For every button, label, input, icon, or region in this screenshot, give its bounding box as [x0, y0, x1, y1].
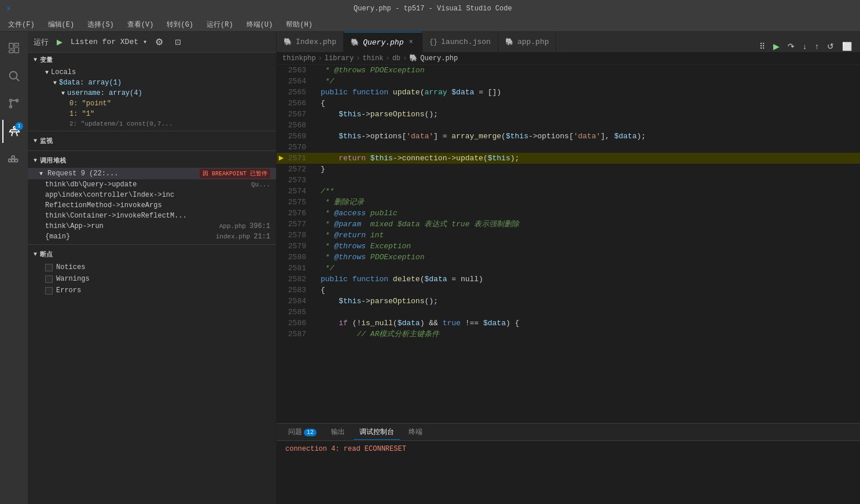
line-2576: 2576 * @access public: [277, 208, 860, 219]
debug-stop-button[interactable]: ⬜: [840, 41, 854, 52]
debug-restart-button[interactable]: ↺: [825, 41, 836, 52]
menu-edit[interactable]: 编辑(E): [46, 19, 77, 31]
data-label: $data: array(1): [59, 79, 122, 87]
stack-item-0[interactable]: think\db\Query->update Qu...: [28, 179, 276, 190]
line-2563: 2563 * @throws PDOException: [277, 65, 860, 76]
menu-terminal[interactable]: 终端(U): [244, 19, 275, 31]
panel-tab-problems[interactable]: 问题12: [282, 425, 322, 440]
bp-notices[interactable]: Notices: [28, 262, 276, 273]
callstack-header[interactable]: ▼ 调用堆栈: [28, 153, 276, 168]
lc-2578: * @return int: [318, 230, 860, 241]
lc-2585: [318, 307, 860, 318]
breadcrumb-think[interactable]: think: [362, 54, 383, 62]
line-2565: 2565 public function update(array $data …: [277, 87, 860, 98]
bp-warnings-checkbox[interactable]: [45, 275, 53, 283]
stack-line-app: 396:1: [249, 222, 270, 230]
svg-rect-13: [12, 156, 14, 159]
menu-view[interactable]: 查看(V): [125, 19, 156, 31]
debug-step-into-button[interactable]: ↓: [800, 41, 809, 52]
stack-name-2: ReflectionMethod->invokeArgs: [45, 201, 162, 209]
menu-goto[interactable]: 转到(G): [164, 19, 196, 31]
bp-indicator-2581: [277, 263, 286, 274]
code-content[interactable]: 2563 * @throws PDOException 2564 */ 2565…: [277, 65, 860, 423]
breadcrumb-db[interactable]: db: [392, 54, 400, 62]
settings-button[interactable]: ⚙: [152, 35, 167, 49]
bp-errors-checkbox[interactable]: [45, 287, 53, 295]
stack-item-3[interactable]: think\Container->invokeReflectM...: [28, 211, 276, 221]
breadcrumb-library[interactable]: library: [325, 54, 354, 62]
stack-item-app[interactable]: think\App->run App.php 396:1: [28, 221, 276, 231]
ln-2566: 2566: [286, 98, 318, 109]
bp-errors[interactable]: Errors: [28, 285, 276, 296]
activity-explorer[interactable]: [2, 36, 25, 60]
svg-rect-3: [9, 50, 13, 53]
lc-2573: [318, 175, 860, 186]
tab-index[interactable]: 🐘 Index.php: [277, 32, 344, 52]
menu-help[interactable]: 帮助(H): [284, 19, 315, 31]
tab-launch[interactable]: {} launch.json: [422, 32, 498, 52]
remote-button[interactable]: ⊡: [171, 36, 185, 48]
stack-item-1[interactable]: app\index\controller\Index->inc: [28, 190, 276, 200]
play-button[interactable]: ▶: [53, 36, 66, 48]
lc-2572: }: [318, 164, 860, 175]
tab-query[interactable]: 🐘 Query.php ×: [344, 32, 422, 52]
bp-warnings[interactable]: Warnings: [28, 273, 276, 285]
callstack-label: 调用堆栈: [40, 156, 67, 165]
activity-extensions[interactable]: [2, 148, 25, 171]
ln-2578: 2578: [286, 230, 318, 241]
debug-step-over-button[interactable]: ↷: [785, 41, 797, 52]
ln-2575: 2575: [286, 197, 318, 208]
stack-name-0: think\db\Query->update: [45, 181, 137, 189]
tab-icon-launch: {}: [429, 38, 438, 46]
breadcrumb-sep2: ›: [356, 54, 360, 62]
breadcrumb-query[interactable]: Query.php: [420, 54, 458, 62]
menu-bar: 文件(F) 编辑(E) 选择(S) 查看(V) 转到(G) 运行(R) 终端(U…: [0, 17, 860, 32]
lc-2574: /**: [318, 186, 860, 197]
bp-indicator-2569: [277, 131, 286, 142]
debug-step-out-button[interactable]: ↑: [813, 41, 821, 52]
stack-item-main[interactable]: {main} index.php 21:1: [28, 231, 276, 242]
menu-run[interactable]: 运行(R): [204, 19, 236, 31]
dropdown-arrow-icon[interactable]: ▾: [143, 38, 147, 46]
item2-label: 2: "updatenm/1 const(0,7...: [69, 120, 172, 127]
config-label[interactable]: Listen for XDet: [71, 38, 138, 46]
debug-play-button[interactable]: ▶: [771, 41, 782, 52]
line-2580: 2580 * @throws PDOException: [277, 252, 860, 263]
menu-file[interactable]: 文件(F): [6, 19, 37, 31]
watch-section: ▼ 监视: [28, 134, 276, 148]
item1-label: 1: "1": [69, 110, 94, 118]
bp-indicator-2565: [277, 87, 286, 98]
ln-2576: 2576: [286, 208, 318, 219]
panel-tab-output[interactable]: 输出: [325, 425, 351, 440]
data-item[interactable]: ▼ $data: array(1): [28, 78, 276, 88]
activity-source-control[interactable]: [2, 92, 25, 115]
stack-file-0: Qu...: [251, 181, 270, 188]
watch-header[interactable]: ▼ 监视: [28, 134, 276, 148]
title-bar-title: Query.php - tp517 - Visual Studio Code: [12, 5, 854, 13]
panel-tab-terminal[interactable]: 终端: [403, 425, 428, 440]
item2[interactable]: 2: "updatenm/1 const(0,7...: [28, 119, 276, 128]
variables-header[interactable]: ▼ 变量: [28, 53, 276, 67]
bp-indicator-2585: [277, 307, 286, 318]
bp-notices-checkbox[interactable]: [45, 264, 53, 271]
item0[interactable]: 0: "point": [28, 98, 276, 109]
activity-search[interactable]: [2, 64, 25, 87]
breakpoints-header[interactable]: ▼ 断点: [28, 247, 276, 262]
ln-2567: 2567: [286, 109, 318, 120]
locals-item[interactable]: ▼ Locals: [28, 67, 276, 78]
tab-bar: 🐘 Index.php 🐘 Query.php × {} launch.json…: [277, 32, 860, 52]
debug-grid-button[interactable]: ⠿: [757, 41, 767, 52]
activity-debug[interactable]: 1: [2, 120, 25, 143]
panel-tab-debug[interactable]: 调试控制台: [354, 425, 400, 440]
item1[interactable]: 1: "1": [28, 109, 276, 119]
bp-notices-label: Notices: [56, 263, 85, 271]
tab-app[interactable]: 🐘 app.php: [498, 32, 557, 52]
request-item[interactable]: ▼ Request 9 (22:... 因 BREAKPOINT 已暂停: [28, 168, 276, 179]
run-label: 运行: [34, 37, 49, 47]
username-item[interactable]: ▼ username: array(4): [28, 88, 276, 98]
ln-2586: 2586: [286, 318, 318, 329]
breadcrumb-thinkphp[interactable]: thinkphp: [282, 54, 316, 62]
tab-close-query[interactable]: ×: [407, 38, 414, 47]
menu-selection[interactable]: 选择(S): [85, 19, 116, 31]
stack-item-2[interactable]: ReflectionMethod->invokeArgs: [28, 200, 276, 211]
